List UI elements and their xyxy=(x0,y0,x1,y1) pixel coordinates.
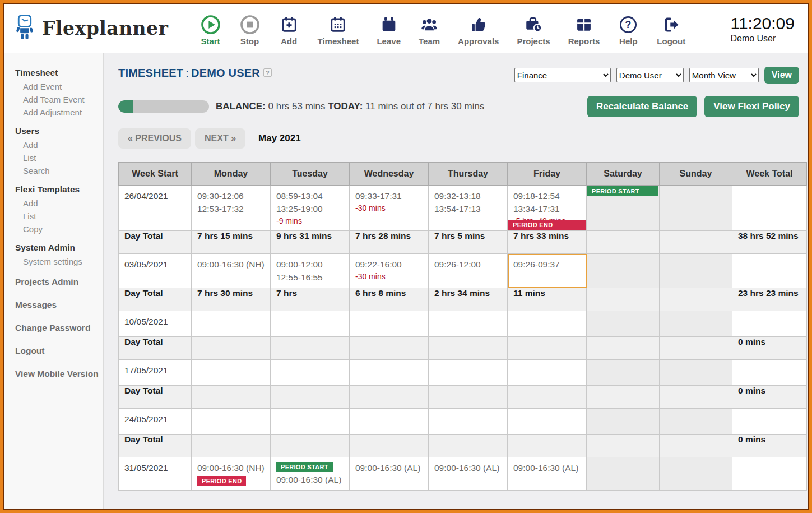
department-select[interactable]: Finance xyxy=(514,68,611,82)
timesheet-cell[interactable] xyxy=(660,186,732,231)
day-total-row: Day Total0 mins xyxy=(119,337,807,360)
timesheet-cell[interactable] xyxy=(587,360,660,386)
timesheet-cell[interactable]: 09:22-16:00-30 mins xyxy=(350,254,429,288)
previous-button[interactable]: « PREVIOUS xyxy=(118,128,191,149)
sidebar-item-flexi-templates-add[interactable]: Add xyxy=(15,197,100,210)
sidebar-item-flexi-templates: Flexi Templates xyxy=(15,182,100,197)
sidebar-item-view-mobile-version[interactable]: View Mobile Version xyxy=(15,365,100,383)
sidebar-item-timesheet-add-adjustment[interactable]: Add Adjustment xyxy=(15,106,100,119)
timesheet-cell[interactable] xyxy=(271,409,350,435)
timesheet-cell[interactable] xyxy=(192,311,271,337)
timesheet-cell[interactable]: 09:33-17:31-30 mins xyxy=(350,186,429,231)
timesheet-cell[interactable] xyxy=(732,360,807,386)
timesheet-cell[interactable] xyxy=(271,311,350,337)
column-header-thursday: Thursday xyxy=(429,163,508,186)
timesheet-cell[interactable]: 09:00-16:30 (NH)PERIOD END xyxy=(192,457,271,491)
timesheet-cell[interactable]: 09:18-12:5413:34-17:31-5 hrs -48 minsPER… xyxy=(508,186,587,231)
timesheet-cell[interactable]: 09:00-16:30 (AL) xyxy=(508,457,587,491)
sidebar-item-change-password[interactable]: Change Password xyxy=(15,319,100,337)
timesheet-cell[interactable] xyxy=(271,360,350,386)
sidebar-item-projects-admin[interactable]: Projects Admin xyxy=(15,273,100,291)
timesheet-cell[interactable] xyxy=(587,457,660,491)
timesheet-cell[interactable] xyxy=(660,409,732,435)
timesheet-cell[interactable]: 09:32-13:1813:54-17:13 xyxy=(429,186,508,231)
timesheet-cell[interactable] xyxy=(732,311,807,337)
timesheet-cell[interactable] xyxy=(192,360,271,386)
timesheet-cell[interactable] xyxy=(429,360,508,386)
view-select[interactable]: Month View xyxy=(689,68,759,82)
toolbar-item-help[interactable]: ?Help xyxy=(618,15,639,46)
sidebar-item-users-add[interactable]: Add xyxy=(15,138,100,151)
timesheet-cell[interactable]: 09:30-12:0612:53-17:32 xyxy=(192,186,271,231)
toolbar-item-team[interactable]: Team xyxy=(419,15,440,46)
timesheet-cell[interactable] xyxy=(732,457,807,491)
toolbar-item-approvals[interactable]: Approvals xyxy=(458,15,499,46)
timesheet-cell[interactable]: 09:00-16:30 (NH) xyxy=(192,254,271,288)
toolbar-item-start[interactable]: Start xyxy=(200,15,221,46)
timesheet-cell[interactable] xyxy=(350,311,429,337)
view-button[interactable]: View xyxy=(764,67,799,84)
toolbar-item-timesheet[interactable]: Timesheet xyxy=(318,15,359,46)
timesheet-cell[interactable] xyxy=(192,409,271,435)
next-button[interactable]: NEXT » xyxy=(195,128,245,149)
day-total-label: Day Total xyxy=(119,288,192,311)
sidebar-item-timesheet-add-team-event[interactable]: Add Team Event xyxy=(15,93,100,106)
app-logo[interactable]: Flexplanner xyxy=(14,14,169,43)
timesheet-cell[interactable] xyxy=(732,409,807,435)
sidebar-section-view-mobile-version: View Mobile Version xyxy=(15,365,100,383)
timesheet-cell[interactable] xyxy=(732,186,807,231)
column-header-friday: Friday xyxy=(508,163,587,186)
sidebar-item-flexi-templates-copy[interactable]: Copy xyxy=(15,223,100,235)
timesheet-cell[interactable] xyxy=(660,254,732,288)
timesheet-cell[interactable]: PERIOD START xyxy=(587,186,660,231)
timesheet-cell[interactable] xyxy=(660,311,732,337)
toolbar-item-projects[interactable]: Projects xyxy=(517,15,550,46)
sidebar-item-flexi-templates-list[interactable]: List xyxy=(15,210,100,223)
timesheet-cell[interactable] xyxy=(508,409,587,435)
timesheet-cell[interactable] xyxy=(508,360,587,386)
today-value: 11 mins out of 7 hrs 30 mins xyxy=(365,101,484,112)
day-total-cell xyxy=(429,435,508,457)
toolbar-item-add[interactable]: Add xyxy=(279,15,300,46)
calendar-grid-icon xyxy=(328,15,347,35)
day-total-cell xyxy=(350,337,429,360)
timesheet-cell[interactable] xyxy=(508,311,587,337)
view-flexi-policy-button[interactable]: View Flexi Policy xyxy=(704,96,799,117)
timesheet-cell[interactable] xyxy=(587,409,660,435)
sidebar-item-users-list[interactable]: List xyxy=(15,151,100,164)
sidebar-item-system-admin-system-settings[interactable]: System settings xyxy=(15,255,100,268)
timesheet-cell[interactable] xyxy=(429,409,508,435)
sidebar-item-users-search[interactable]: Search xyxy=(15,164,100,177)
svg-text:?: ? xyxy=(625,19,632,30)
sidebar-item-messages[interactable]: Messages xyxy=(15,296,100,314)
timesheet-cell[interactable]: 08:59-13:0413:25-19:00-9 mins xyxy=(271,186,350,231)
timesheet-cell[interactable] xyxy=(732,254,807,288)
sidebar-section-users: UsersAddListSearch xyxy=(15,124,100,177)
timesheet-cell[interactable] xyxy=(350,360,429,386)
timesheet-cell[interactable]: 09:00-16:30 (AL) xyxy=(350,457,429,491)
timesheet-cell[interactable]: 09:00-16:30 (AL) xyxy=(429,457,508,491)
sidebar-item-timesheet-add-event[interactable]: Add Event xyxy=(15,80,100,93)
toolbar-item-leave[interactable]: Leave xyxy=(377,15,401,46)
time-entry: 09:00-16:30 (AL) xyxy=(434,461,502,474)
timesheet-cell[interactable] xyxy=(587,254,660,288)
timesheet-cell[interactable]: 09:26-12:00 xyxy=(429,254,508,288)
timesheet-cell[interactable] xyxy=(429,311,508,337)
sidebar-item-logout[interactable]: Logout xyxy=(15,342,100,360)
page-title-primary: TIMESHEET xyxy=(118,67,183,79)
timesheet-cell[interactable] xyxy=(350,409,429,435)
title-help-icon[interactable]: ? xyxy=(263,68,272,77)
timesheet-cell[interactable] xyxy=(660,360,732,386)
day-total-label: Day Total xyxy=(119,435,192,457)
toolbar-item-logout[interactable]: Logout xyxy=(657,15,685,46)
user-select[interactable]: Demo User xyxy=(616,68,684,82)
toolbar-item-reports[interactable]: Reports xyxy=(568,15,600,46)
timesheet-cell[interactable] xyxy=(660,457,732,491)
timesheet-cell[interactable]: PERIOD START09:00-16:30 (AL) xyxy=(271,457,350,491)
timesheet-cell[interactable]: 09:00-12:0012:55-16:55 xyxy=(271,254,350,288)
recalculate-balance-button[interactable]: Recalculate Balance xyxy=(587,96,697,117)
toolbar-item-stop[interactable]: Stop xyxy=(239,15,261,46)
day-total-cell: 7 hrs 30 mins xyxy=(192,288,271,311)
timesheet-cell-today[interactable]: 09:26-09:37 xyxy=(508,254,587,288)
timesheet-cell[interactable] xyxy=(587,311,660,337)
